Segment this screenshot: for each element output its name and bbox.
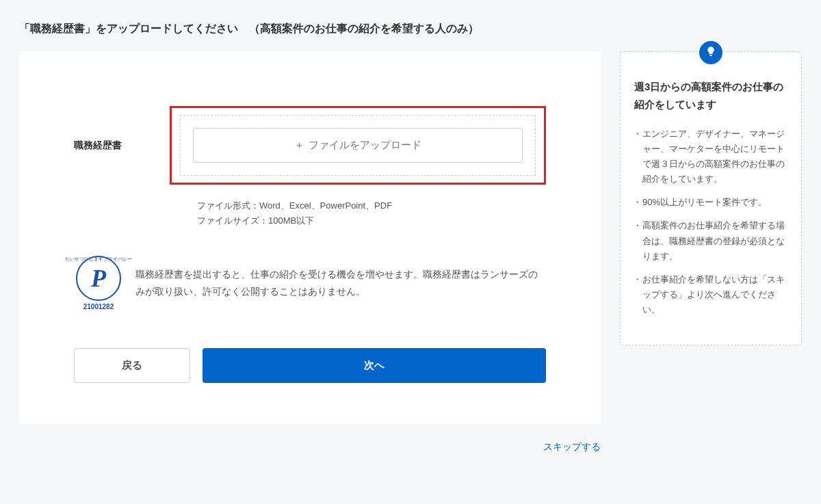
sidebar-item: エンジニア、デザイナー、マネージャー、マーケターを中心にリモートで週３日からの高… — [634, 127, 787, 187]
page-title: 「職務経歴書」をアップロードしてください （高額案件のお仕事の紹介を希望する人の… — [19, 22, 802, 36]
sidebar-item: お仕事紹介を希望しない方は「スキップする」より次へ進んでください。 — [634, 272, 787, 317]
file-upload-button[interactable]: ＋ ファイルをアップロード — [193, 128, 523, 163]
tip-sidebar: 週3日からの高額案件のお仕事の紹介をしています エンジニア、デザイナー、マネージ… — [620, 51, 802, 345]
lightbulb-icon — [705, 46, 716, 60]
file-info: ファイル形式：Word、Excel、PowerPoint、PDF ファイルサイズ… — [197, 198, 546, 228]
privacy-mark-icon: たいせつにしますプライバシー P 21001282 — [74, 256, 123, 310]
file-size-text: ファイルサイズ：100MB以下 — [197, 213, 546, 228]
sidebar-title: 週3日からの高額案件のお仕事の紹介をしています — [634, 78, 787, 113]
sidebar-item: 高額案件のお仕事紹介を希望する場合は、職務経歴書の登録が必須となります。 — [634, 218, 787, 263]
file-format-text: ファイル形式：Word、Excel、PowerPoint、PDF — [197, 198, 546, 213]
next-button[interactable]: 次へ — [203, 348, 546, 383]
upload-highlight-box: ＋ ファイルをアップロード — [170, 106, 546, 185]
skip-link[interactable]: スキップする — [543, 441, 601, 452]
upload-dropzone[interactable]: ＋ ファイルをアップロード — [180, 115, 536, 176]
upload-button-label: ファイルをアップロード — [309, 139, 421, 152]
plus-icon: ＋ — [294, 139, 304, 152]
sidebar-list: エンジニア、デザイナー、マネージャー、マーケターを中心にリモートで週３日からの高… — [634, 127, 787, 317]
main-card: 職務経歴書 ＋ ファイルをアップロード ファイ — [19, 51, 601, 424]
sidebar-item: 90%以上がリモート案件です。 — [634, 195, 787, 210]
tip-badge — [699, 41, 722, 64]
field-label-resume: 職務経歴書 — [74, 140, 135, 152]
privacy-notice-text: 職務経歴書を提出すると、仕事の紹介を受ける機会を増やせます。職務経歴書はランサー… — [135, 266, 546, 300]
back-button[interactable]: 戻る — [74, 348, 190, 383]
privacy-mark-arc-text: たいせつにしますプライバシー — [65, 256, 132, 263]
privacy-mark-number: 21001282 — [83, 303, 114, 310]
